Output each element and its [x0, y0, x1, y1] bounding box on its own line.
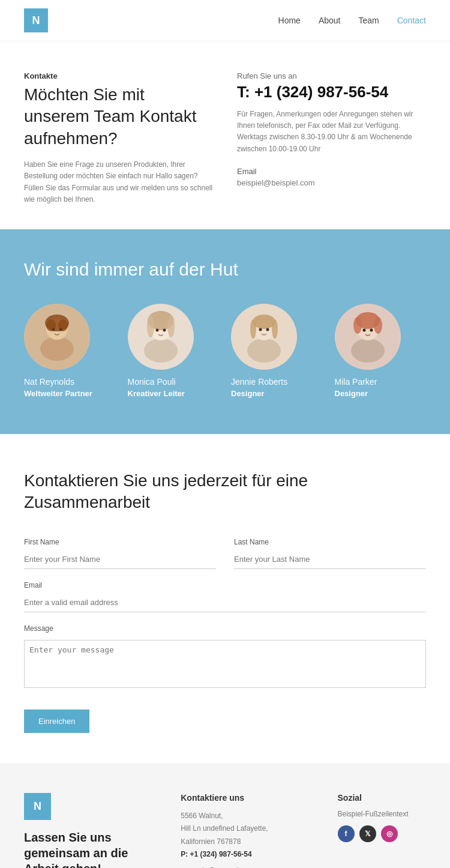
avatar-monica [128, 304, 194, 370]
avatar-jennie [231, 304, 297, 370]
twitter-x-icon[interactable]: 𝕏 [359, 825, 376, 842]
svg-point-1 [40, 337, 74, 361]
team-member-nat: Nat Reynolds Weltweiter Partner [24, 304, 116, 398]
avatar-mila [335, 304, 401, 370]
navbar: N Home About Team Contact [0, 0, 450, 41]
footer-contact-heading: Kontaktiere uns [181, 793, 313, 803]
kontakte-title: Möchten Sie mit unserem Team Kontakt auf… [24, 84, 213, 149]
nav-home[interactable]: Home [278, 16, 301, 25]
team-members: Nat Reynolds Weltweiter Partner Monica P… [24, 304, 426, 398]
team-role-jennie: Designer [231, 389, 323, 398]
email-value: beispiel@beispiel.com [237, 178, 426, 187]
section-form: Kontaktieren Sie uns jederzeit für eine … [0, 434, 450, 763]
team-name-nat: Nat Reynolds [24, 377, 116, 387]
team-name-jennie: Jennie Roberts [231, 377, 323, 387]
section-team: Wir sind immer auf der Hut Nat Reynolds … [0, 229, 450, 434]
svg-point-23 [266, 328, 269, 331]
svg-point-9 [144, 339, 178, 363]
footer-col-brand: N Lassen Sie uns gemeinsam an die Arbeit… [24, 793, 157, 868]
email-label-right: Email [237, 167, 426, 176]
footer-phone: P: +1 (324) 987-56-54 [181, 850, 251, 858]
footer-address: 5566 Walnut, Hill Ln undefined Lafayette… [181, 810, 313, 861]
nav-about[interactable]: About [319, 16, 341, 25]
footer-logo: N [24, 793, 51, 820]
phone-number: T: +1 (324) 987-56-54 [237, 83, 426, 101]
footer-col-social: Sozial Beispiel-Fußzeilentext f 𝕏 ◎ [338, 793, 427, 868]
email-input[interactable] [24, 593, 426, 612]
svg-point-31 [370, 328, 373, 331]
team-name-monica: Monica Pouli [128, 377, 220, 387]
form-heading: Kontaktieren Sie uns jederzeit für eine … [24, 470, 324, 514]
email-form-label: Email [24, 581, 426, 589]
message-label: Message [24, 624, 426, 633]
svg-point-20 [250, 319, 256, 339]
kontakte-desc: Haben Sie eine Frage zu unseren Produkte… [24, 159, 213, 205]
team-member-mila: Mila Parker Designer [335, 304, 427, 398]
last-name-input[interactable] [234, 550, 426, 569]
form-group-message: Message [24, 624, 426, 688]
footer-tagline: Lassen Sie uns gemeinsam an die Arbeit g… [24, 830, 157, 868]
team-role-nat: Weltweiter Partner [24, 389, 116, 398]
message-textarea[interactable] [24, 640, 426, 688]
team-member-monica: Monica Pouli Kreativer Leiter [128, 304, 220, 398]
section-kontakte: Kontakte Möchten Sie mit unserem Team Ko… [0, 41, 450, 229]
form-row-name: First Name Last Name [24, 538, 426, 569]
kontakte-label: Kontakte [24, 71, 213, 80]
footer: N Lassen Sie uns gemeinsam an die Arbeit… [0, 763, 450, 868]
nav-links: Home About Team Contact [278, 16, 426, 25]
team-role-monica: Kreativer Leiter [128, 389, 220, 398]
social-icons: f 𝕏 ◎ [338, 825, 427, 842]
kontakte-left: Kontakte Möchten Sie mit unserem Team Ko… [24, 71, 213, 205]
form-group-lastname: Last Name [234, 538, 426, 569]
svg-point-13 [167, 316, 175, 337]
svg-point-14 [155, 328, 158, 331]
phone-desc: Für Fragen, Anmerkungen oder Anregungen … [237, 109, 426, 155]
footer-col-contact: Kontaktiere uns 5566 Walnut, Hill Ln und… [181, 793, 313, 868]
last-name-label: Last Name [234, 538, 426, 546]
avatar-nat [24, 304, 90, 370]
form-group-email: Email [24, 581, 426, 612]
facebook-icon[interactable]: f [338, 825, 355, 842]
footer-social-text: Beispiel-Fußzeilentext [338, 810, 427, 818]
first-name-label: First Name [24, 538, 216, 546]
team-name-mila: Mila Parker [335, 377, 427, 387]
footer-top: N Lassen Sie uns gemeinsam an die Arbeit… [24, 793, 426, 868]
svg-point-30 [362, 328, 365, 331]
svg-point-29 [374, 317, 382, 334]
svg-point-17 [247, 339, 281, 363]
footer-social-heading: Sozial [338, 793, 427, 803]
form-group-firstname: First Name [24, 538, 216, 569]
kontakte-right: Rufen Sie uns an T: +1 (324) 987-56-54 F… [237, 71, 426, 205]
svg-point-6 [52, 328, 55, 331]
instagram-icon[interactable]: ◎ [381, 825, 398, 842]
first-name-input[interactable] [24, 550, 216, 569]
svg-point-15 [163, 328, 166, 331]
svg-point-12 [147, 316, 154, 337]
contact-form: First Name Last Name Email Message Einre… [24, 538, 426, 733]
svg-point-21 [272, 319, 278, 339]
team-role-mila: Designer [335, 389, 427, 398]
team-member-jennie: Jennie Roberts Designer [231, 304, 323, 398]
call-label: Rufen Sie uns an [237, 71, 426, 80]
svg-point-25 [351, 339, 385, 363]
svg-point-22 [259, 328, 262, 331]
team-heading: Wir sind immer auf der Hut [24, 259, 426, 280]
svg-point-28 [353, 317, 362, 334]
svg-point-7 [59, 328, 62, 331]
submit-button[interactable]: Einreichen [24, 710, 89, 733]
nav-logo: N [24, 8, 48, 32]
nav-contact[interactable]: Contact [397, 16, 426, 25]
nav-team[interactable]: Team [359, 16, 379, 25]
